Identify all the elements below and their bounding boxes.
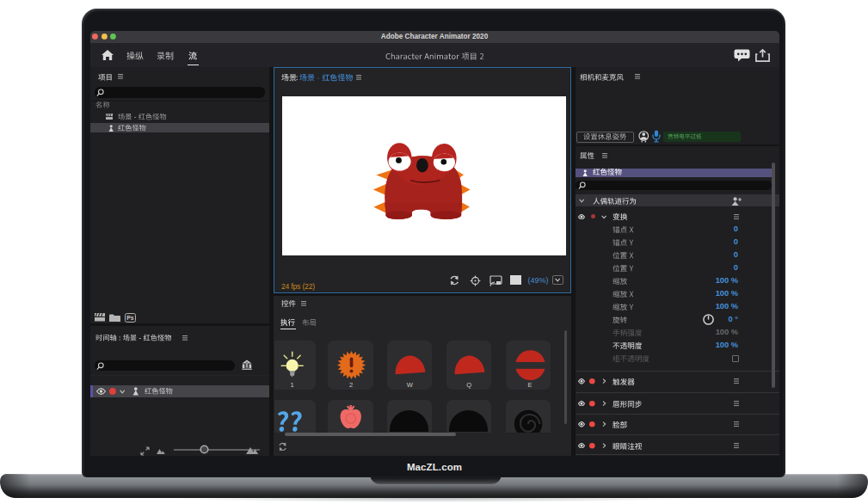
svg-text:Ps: Ps [126,315,134,321]
